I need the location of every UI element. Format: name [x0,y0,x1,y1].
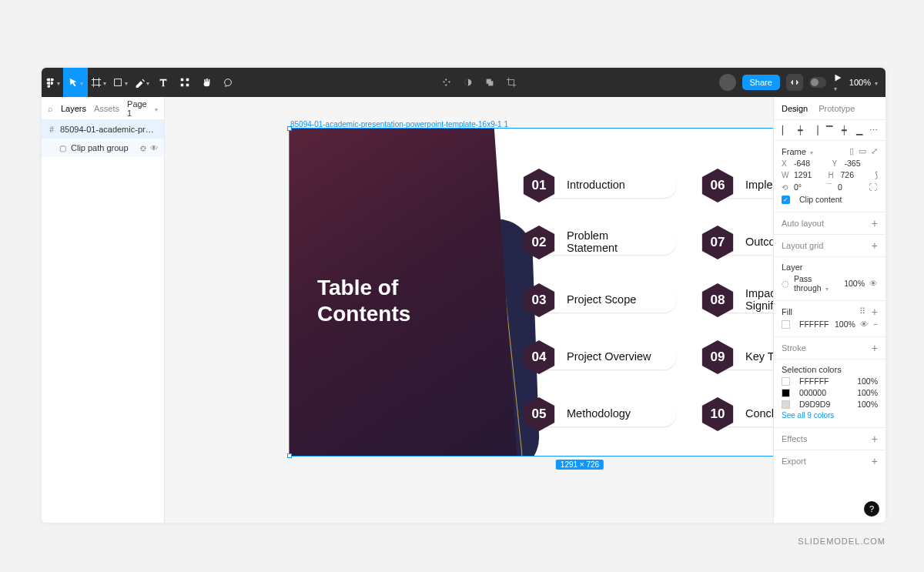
hexagon-badge: 06 [699,167,736,204]
color-swatch[interactable] [782,400,790,409]
fill-opacity[interactable]: 100% [835,319,855,329]
blend-icon[interactable]: ◌ [782,279,789,288]
topbar: Share 100% [42,68,886,97]
avatar[interactable] [719,74,736,91]
eye-icon[interactable]: 👁 [150,144,158,152]
rotation-input[interactable]: 0° [794,182,821,192]
align-bottom-icon[interactable]: ▁ [854,125,865,135]
chevron-down-icon [824,283,829,293]
canvas[interactable]: 85094-01-academic-presentation-powerpoin… [165,97,773,523]
color-hex[interactable]: FFFFFF [799,376,852,386]
color-hex[interactable]: 000000 [799,388,852,397]
align-tools: ▏ ┿ ▕ ▔ ┿ ▁ ⋯ [774,120,886,141]
constrain-icon[interactable]: ⟆ [875,170,878,179]
tab-layers[interactable]: Layers [61,104,86,113]
boolean-icon[interactable] [484,77,495,88]
mask-icon[interactable] [463,77,474,88]
eye-icon[interactable]: 👁 [860,319,869,329]
color-pct: 100% [857,400,878,409]
tab-prototype[interactable]: Prototype [819,104,855,113]
hexagon-badge: 09 [699,339,736,376]
align-left-icon[interactable]: ▏ [780,125,791,135]
layer-child-row[interactable]: ▢ Clip path group ⯐👁 [42,139,164,157]
orientation-landscape-icon[interactable]: ▭ [859,146,866,156]
frame-tool[interactable] [88,68,109,97]
layoutgrid-label: Layout grid [782,241,823,250]
align-top-icon[interactable]: ▔ [824,125,835,135]
w-input[interactable]: 1291 [794,170,824,179]
color-swatch[interactable] [782,389,790,397]
share-button[interactable]: Share [742,75,780,90]
search-icon[interactable]: ⌕ [48,104,53,113]
align-hcenter-icon[interactable]: ┿ [795,125,805,135]
h-input[interactable]: 726 [841,170,871,179]
radius-expand-icon[interactable]: ⛶ [869,182,878,192]
toc-label: Methodology [567,408,631,420]
move-tool[interactable] [63,68,88,97]
autolayout-add[interactable]: + [872,218,878,229]
orientation-portrait-icon[interactable]: ▯ [849,146,854,156]
frame-icon: # [48,125,55,134]
zoom-dropdown[interactable]: 100% [849,78,878,87]
layer-name: Clip path group [71,143,135,152]
tab-assets[interactable]: Assets [94,104,119,113]
stroke-add[interactable]: + [872,343,878,353]
devmode-toggle[interactable] [809,77,826,88]
remove-icon[interactable]: − [873,319,878,329]
layoutgrid-add[interactable]: + [872,240,878,251]
stroke-label: Stroke [782,343,806,353]
figma-menu-button[interactable] [42,68,63,97]
opacity-input[interactable]: 100% [844,279,865,288]
help-button[interactable]: ? [864,501,879,517]
pen-tool[interactable] [131,68,152,97]
crop-icon[interactable] [506,77,517,88]
figma-window: Share 100% ⌕ Layers Assets Page 1 # 8509… [42,68,886,523]
shape-tool[interactable] [109,68,131,97]
layer-section-label: Layer [782,263,803,272]
svg-rect-2 [186,79,189,82]
align-vcenter-icon[interactable]: ┿ [839,125,850,135]
component-icon[interactable] [441,77,452,88]
fill-label: Fill [782,307,792,316]
styles-icon[interactable]: ⠿ [859,306,865,317]
resources-tool[interactable] [174,68,196,97]
align-right-icon[interactable]: ▕ [809,125,820,135]
y-input[interactable]: -365 [845,159,879,168]
lock-icon[interactable]: ⯐ [139,144,147,152]
hexagon-badge: 01 [521,167,557,204]
toc-label: Conclusion [745,408,773,420]
color-swatch[interactable] [782,377,790,386]
hexagon-badge: 03 [521,282,557,319]
blend-dropdown[interactable]: Pass through [794,274,839,293]
tab-design[interactable]: Design [782,104,808,113]
export-label: Export [782,457,806,466]
toc-label: Impact andSignificance [745,288,773,313]
eye-icon[interactable]: 👁 [869,279,878,288]
clip-checkbox[interactable]: ✓ [782,196,790,204]
page-dropdown[interactable]: Page 1 [127,99,158,118]
text-tool[interactable] [152,68,174,97]
hand-tool[interactable] [196,68,217,97]
align-more-icon[interactable]: ⋯ [869,125,879,135]
frame-section-label[interactable]: Frame [782,147,813,156]
toc-label: Project Overview [567,351,651,363]
effects-label: Effects [782,434,807,443]
svg-rect-1 [181,79,184,82]
x-input[interactable]: -648 [794,159,828,168]
chevron-down-icon [145,78,149,87]
present-button[interactable] [832,72,843,92]
fill-swatch[interactable] [782,320,790,329]
layer-frame-row[interactable]: # 85094-01-academic-presentatio… [42,120,164,139]
effects-add[interactable]: + [872,433,878,444]
radius-input[interactable]: 0 [838,182,865,192]
chevron-down-icon [153,104,158,113]
export-add[interactable]: + [872,456,878,467]
comment-tool[interactable] [217,68,239,97]
see-all-colors[interactable]: See all 9 colors [782,411,834,420]
resize-fit-icon[interactable]: ⤢ [871,146,878,156]
color-hex[interactable]: D9D9D9 [799,400,852,409]
fill-add[interactable]: + [872,306,878,317]
toc-label: ProblemStatement [567,230,618,255]
fill-hex[interactable]: FFFFFF [799,319,830,329]
devmode-button[interactable] [786,74,803,91]
